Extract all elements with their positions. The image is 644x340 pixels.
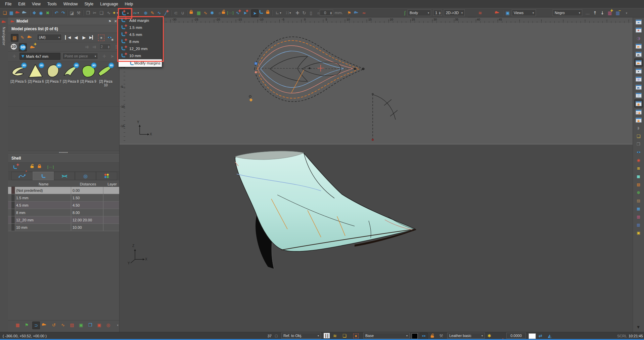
material-square-icon[interactable]: ■ bbox=[635, 173, 643, 180]
piece-shoe-icon[interactable] bbox=[27, 34, 34, 41]
curve-icon[interactable]: ∿ bbox=[59, 322, 66, 329]
table-row[interactable]: 4.5 mm 4.50 bbox=[8, 202, 119, 209]
cube-window-icon[interactable]: ▧ bbox=[635, 75, 643, 83]
lock-window-icon[interactable] bbox=[634, 99, 643, 108]
link-icon[interactable]: ⊂ bbox=[173, 9, 179, 16]
cutter-icon[interactable]: ⚒ bbox=[75, 9, 82, 16]
amount-field[interactable]: 0.0000 bbox=[506, 333, 526, 339]
box-orange-icon[interactable]: ▧ bbox=[635, 181, 643, 188]
paste-icon[interactable]: ❑ bbox=[98, 9, 105, 16]
mode-dropdown[interactable]: 2D->3D ▾ bbox=[444, 9, 465, 16]
curve-edit-icon[interactable]: ∿ bbox=[156, 9, 163, 16]
corner-select-icon[interactable] bbox=[259, 9, 265, 16]
pieces-grid-icon[interactable]: ▤ bbox=[11, 34, 18, 42]
shoe-orange-icon[interactable] bbox=[41, 322, 48, 329]
menu-window[interactable]: Window bbox=[60, 1, 81, 7]
pattern-2d-view[interactable]: 0 -5 -10 -15 bbox=[120, 23, 633, 144]
status-unlock-icon[interactable] bbox=[430, 332, 435, 339]
menu-language[interactable]: Language bbox=[97, 1, 121, 7]
menu-edit[interactable]: Edit bbox=[15, 1, 28, 7]
menu-item-12-20mm[interactable]: ✚ 12_20 mm bbox=[119, 45, 162, 52]
curve-orange-icon[interactable]: ∿ bbox=[202, 9, 209, 16]
open-file-icon[interactable]: ❏ bbox=[1, 9, 8, 16]
body-dropdown[interactable]: Body ▾ bbox=[408, 9, 431, 16]
piece-window-orange-icon[interactable] bbox=[635, 42, 643, 50]
bracket-tool-icon[interactable]: [⋯] bbox=[227, 9, 234, 16]
table-row[interactable]: 8 mm 8.00 bbox=[8, 209, 119, 216]
body-count-spinner[interactable]: ▲▼ bbox=[439, 11, 441, 14]
table-row[interactable]: (Not predefined) 0.00 bbox=[8, 187, 119, 194]
menu-style[interactable]: Style bbox=[82, 1, 97, 7]
counter-checkbox[interactable]: ▢ bbox=[275, 332, 278, 339]
table-row[interactable]: 12_20 mm 12.00 20.00 bbox=[8, 216, 119, 224]
axis-snap-icon[interactable]: ∟▾ bbox=[274, 9, 283, 16]
rect-select-icon[interactable]: ▯ bbox=[308, 9, 314, 16]
show-all-icon[interactable]: ✳ bbox=[106, 34, 113, 41]
tab-colors[interactable] bbox=[96, 172, 117, 180]
flag-tool-icon[interactable]: ⚑ bbox=[346, 9, 353, 16]
ruler-tool-icon[interactable]: ╱✚ bbox=[163, 9, 169, 16]
half-view-icon[interactable]: ◑ bbox=[635, 34, 643, 42]
add-circle-icon[interactable]: ⊕ bbox=[635, 189, 643, 196]
margin-bracket-icon[interactable]: [⋯] bbox=[47, 164, 54, 171]
piece-window-active-icon[interactable] bbox=[634, 58, 643, 67]
close-icon[interactable]: ✕ bbox=[114, 19, 117, 24]
tools-icon[interactable]: ⚒ bbox=[439, 332, 443, 339]
frame-selection-icon[interactable]: ✳ bbox=[98, 35, 104, 41]
menu-item-add-margin[interactable]: ✚ Add margin bbox=[119, 17, 162, 24]
measure-cross-icon[interactable]: ✖ bbox=[44, 9, 51, 16]
shoe-blue-icon[interactable] bbox=[353, 9, 360, 16]
piece-item[interactable]: 3D [2] Pieza 6 bbox=[28, 63, 44, 83]
arrow-up-icon[interactable]: ↑ bbox=[592, 9, 598, 16]
pin-icon[interactable]: ⚑ bbox=[108, 19, 111, 24]
light-tool-icon[interactable]: ✦▾ bbox=[111, 9, 120, 16]
folder-camera-icon[interactable]: ❏ bbox=[635, 132, 643, 140]
material-dropdown[interactable]: Leather basic ▾ bbox=[447, 333, 485, 339]
image-green-icon[interactable]: ▣ bbox=[78, 322, 85, 329]
first-piece-button[interactable]: ▎◀ bbox=[64, 34, 72, 41]
menu-item-1-5mm[interactable]: ✚ 1.5 mm bbox=[119, 24, 162, 31]
shoe-red-icon[interactable] bbox=[494, 9, 501, 16]
layer-paste-icon[interactable]: ❏ bbox=[342, 332, 347, 339]
flatten-arrow-icon[interactable]: ⊃ bbox=[32, 322, 40, 329]
prev-piece-button[interactable]: ◀ bbox=[73, 34, 80, 41]
menu-item-8mm[interactable]: ✚ 8 mm bbox=[119, 38, 162, 45]
panel-splitter[interactable]: ▪▪▪▪▪▪▪ bbox=[8, 151, 119, 154]
add-margin-tool-button[interactable]: ✚ ▾ bbox=[120, 9, 130, 17]
save-model-icon[interactable] bbox=[15, 9, 21, 16]
tab-margins[interactable] bbox=[33, 172, 54, 180]
menu-item-10mm[interactable]: ✚ 10 mm bbox=[119, 52, 162, 59]
next-piece-button[interactable]: ▶ bbox=[81, 34, 88, 41]
grid-tool-icon[interactable]: ▦ bbox=[195, 9, 202, 16]
color-swatch-white[interactable] bbox=[528, 333, 536, 339]
last-piece-button[interactable]: ▶▎ bbox=[89, 34, 96, 41]
flag-green-icon[interactable]: ⚑ bbox=[23, 322, 30, 329]
menu-help[interactable]: Help bbox=[122, 1, 136, 7]
body-count-field[interactable]: 1 ▲▼ bbox=[433, 10, 442, 16]
filter-dropdown[interactable]: (All) ▾ bbox=[37, 34, 62, 41]
layers-red-icon[interactable]: ≋ bbox=[477, 9, 484, 16]
add-piece-icon[interactable]: ✚ bbox=[29, 43, 36, 50]
wave-red-icon[interactable]: ≈ bbox=[361, 9, 367, 16]
column-add-icon[interactable]: ▥✚ bbox=[606, 9, 613, 16]
shift-left-icon[interactable]: ⇉ bbox=[83, 43, 90, 50]
split-window-icon[interactable]: ◫ bbox=[635, 91, 643, 99]
rotate-icon[interactable]: ↻ bbox=[301, 9, 308, 16]
layers-yellow-icon[interactable]: ≋ bbox=[635, 165, 643, 172]
person-add-icon[interactable]: ✛ bbox=[11, 53, 18, 60]
point-grid-icon[interactable]: ∷▾ bbox=[284, 9, 293, 16]
views-dropdown[interactable]: Views ▾ bbox=[512, 9, 536, 16]
lock-tool-icon[interactable] bbox=[189, 9, 195, 16]
unlock-tool-icon[interactable] bbox=[221, 9, 228, 16]
eye-refresh-icon[interactable] bbox=[635, 148, 643, 156]
visibility-eye-icon[interactable] bbox=[420, 333, 428, 339]
shoe-window-blue-icon[interactable] bbox=[635, 83, 643, 91]
navigator-shoe-icon[interactable] bbox=[1, 19, 7, 25]
arc-icon[interactable]: ∪ bbox=[179, 9, 186, 16]
more-options[interactable]: ... bbox=[584, 9, 591, 16]
tab-curves[interactable] bbox=[11, 172, 33, 180]
pencil-icon[interactable]: ✎ bbox=[149, 9, 156, 16]
table-row[interactable]: 10 mm 10.00 bbox=[8, 224, 119, 231]
col-name[interactable]: Name bbox=[15, 180, 71, 187]
viewport[interactable]: -40 -35 -30 -25 -20 -15 -10 -5 0 5 10 15… bbox=[120, 17, 633, 332]
